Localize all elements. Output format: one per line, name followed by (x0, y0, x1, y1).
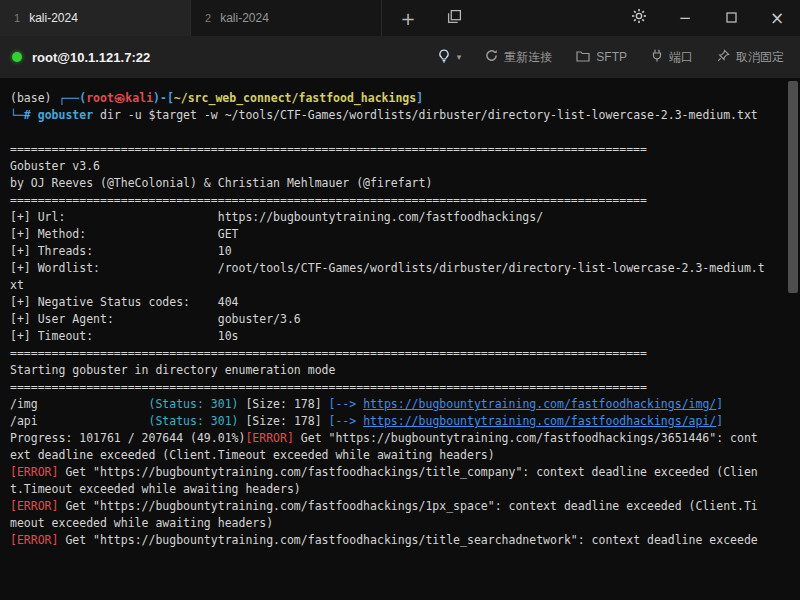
terminal-text: /api (10, 414, 148, 428)
terminal-line: [+] Url: https://bugbountytraining.com/f… (10, 209, 784, 226)
terminal-text: meout exceeded while awaiting headers) (10, 516, 273, 530)
terminal-line: xt (10, 277, 784, 294)
terminal-line: by OJ Reeves (@TheColonial) & Christian … (10, 175, 784, 192)
terminal-text: [+] Negative Status codes: 404 (10, 295, 238, 309)
terminal-line: [+] Timeout: 10s (10, 328, 784, 345)
terminal-text: Get "https://bugbountytraining.com/fastf… (58, 465, 757, 479)
terminal-window: 1 kali-2024 2 kali-2024 + (0, 0, 800, 600)
terminal-text: [+] Threads: 10 (10, 244, 232, 258)
terminal-text: ========================================… (10, 193, 647, 207)
terminal-text: )-[ (153, 91, 174, 105)
tabbar-spacer (472, 0, 616, 36)
terminal-link[interactable]: https://bugbountytraining.com/fastfoodha… (363, 414, 716, 428)
tab-bar: 1 kali-2024 2 kali-2024 + (0, 0, 800, 36)
terminal-text: xt (10, 278, 24, 292)
terminal-line: /img (Status: 301) [Size: 178] [--> http… (10, 396, 784, 413)
terminal-text: [+] Method: GET (10, 227, 238, 241)
tab-index: 1 (14, 12, 20, 24)
gear-icon (631, 8, 647, 28)
terminal-line: meout exceeded while awaiting headers) (10, 515, 784, 532)
connection-status-dot (12, 52, 22, 62)
terminal-line (10, 124, 784, 141)
terminal-pane[interactable]: (base) ┌──(root㉿kali)-[~/src_web_connect… (0, 78, 800, 600)
reconnect-label: 重新连接 (504, 49, 552, 66)
new-tab-button[interactable]: + (390, 0, 426, 36)
scrollbar[interactable] (786, 78, 800, 600)
terminal-line: ========================================… (10, 345, 784, 362)
terminal-line: ========================================… (10, 141, 784, 158)
connection-title: root@10.1.121.7:22 (32, 50, 150, 65)
terminal-text: [+] Wordlist: /root/tools/CTF-Games/word… (10, 261, 765, 275)
terminal-line: ext deadline exceeded (Client.Timeout ex… (10, 447, 784, 464)
suggestions-button[interactable]: ▾ (437, 49, 462, 66)
terminal-text: [ERROR] (10, 499, 58, 513)
lightbulb-icon (437, 49, 451, 66)
tab-kali-2024-1[interactable]: 1 kali-2024 (0, 0, 191, 36)
close-button[interactable]: × (754, 0, 800, 36)
terminal-text: [Size: 178] (239, 397, 329, 411)
port-label: 端口 (669, 49, 693, 66)
chevron-down-icon: ▾ (457, 52, 462, 62)
terminal-text: ] (716, 414, 723, 428)
terminal-text: dir -u $target -w ~/tools/CTF-Games/word… (93, 108, 758, 122)
terminal-text: [+] Timeout: 10s (10, 329, 238, 343)
terminal-line: └─# gobuster dir -u $target -w ~/tools/C… (10, 107, 784, 124)
terminal-line: [+] User Agent: gobuster/3.6 (10, 311, 784, 328)
terminal-text: /img (10, 397, 148, 411)
reconnect-icon (485, 49, 498, 65)
tab-index: 2 (205, 12, 211, 24)
sftp-button[interactable]: SFTP (576, 50, 627, 65)
duplicate-pane-button[interactable] (436, 0, 472, 36)
terminal-text: (base) (10, 91, 58, 105)
terminal-line: [+] Method: GET (10, 226, 784, 243)
pushpin-icon (717, 49, 730, 65)
terminal-line: Progress: 101761 / 207644 (49.01%)[ERROR… (10, 430, 784, 447)
settings-button[interactable] (616, 0, 662, 36)
terminal-text: Get "https://bugbountytraining.com/fastf… (294, 431, 758, 445)
terminal-link[interactable]: https://bugbountytraining.com/fastfoodha… (363, 397, 716, 411)
terminal-text: Get "https://bugbountytraining.com/fastf… (58, 499, 757, 513)
terminal-line: [ERROR] Get "https://bugbountytraining.c… (10, 532, 784, 549)
terminal-text: [ERROR] (10, 533, 58, 547)
tab-label: kali-2024 (220, 11, 269, 25)
terminal-text: [+] Url: https://bugbountytraining.com/f… (10, 210, 543, 224)
terminal-line: [ERROR] Get "https://bugbountytraining.c… (10, 498, 784, 515)
terminal-text: # (24, 108, 38, 122)
terminal-line: t.Timeout exceeded while awaiting header… (10, 481, 784, 498)
terminal-text: Gobuster v3.6 (10, 159, 100, 173)
terminal-text: [ERROR] (245, 431, 293, 445)
terminal-line: [ERROR] Get "https://bugbountytraining.c… (10, 464, 784, 481)
terminal-text: ========================================… (10, 346, 647, 360)
terminal-text: └─ (10, 108, 24, 122)
terminal-text: ~/src_web_connect/fastfood_hackings (174, 91, 416, 105)
terminal-text: ========================================… (10, 380, 647, 394)
terminal-line: (base) ┌──(root㉿kali)-[~/src_web_connect… (10, 90, 784, 107)
terminal-text: gobuster (38, 108, 93, 122)
sftp-label: SFTP (596, 50, 627, 64)
terminal-text: ext deadline exceeded (Client.Timeout ex… (10, 448, 495, 462)
scrollbar-thumb[interactable] (788, 81, 798, 293)
terminal-text: Starting gobuster in directory enumerati… (10, 363, 335, 377)
terminal-line: /api (Status: 301) [Size: 178] [--> http… (10, 413, 784, 430)
terminal-text: [+] User Agent: gobuster/3.6 (10, 312, 301, 326)
minimize-button[interactable]: − (662, 0, 708, 36)
terminal-output[interactable]: (base) ┌──(root㉿kali)-[~/src_web_connect… (10, 90, 784, 600)
tab-kali-2024-2[interactable]: 2 kali-2024 (191, 0, 382, 36)
terminal-text: t.Timeout exceeded while awaiting header… (10, 482, 301, 496)
session-toolbar: root@10.1.121.7:22 ▾ 重新连接 (0, 36, 800, 78)
terminal-text: [--> (329, 414, 364, 428)
terminal-text: [ERROR] (10, 465, 58, 479)
terminal-line: ========================================… (10, 192, 784, 209)
terminal-text: ┌──( (58, 91, 86, 105)
maximize-button[interactable] (708, 0, 754, 36)
unpin-button[interactable]: 取消固定 (717, 49, 784, 66)
stacked-panes-icon (447, 8, 462, 28)
close-icon: × (770, 8, 784, 28)
terminal-text: [--> (329, 397, 364, 411)
terminal-text: Get "https://bugbountytraining.com/fastf… (58, 533, 757, 547)
terminal-line: ========================================… (10, 379, 784, 396)
reconnect-button[interactable]: 重新连接 (485, 49, 552, 66)
terminal-text: (Status: 301) (148, 397, 238, 411)
minimize-icon: − (679, 9, 692, 27)
port-button[interactable]: 端口 (651, 49, 693, 66)
